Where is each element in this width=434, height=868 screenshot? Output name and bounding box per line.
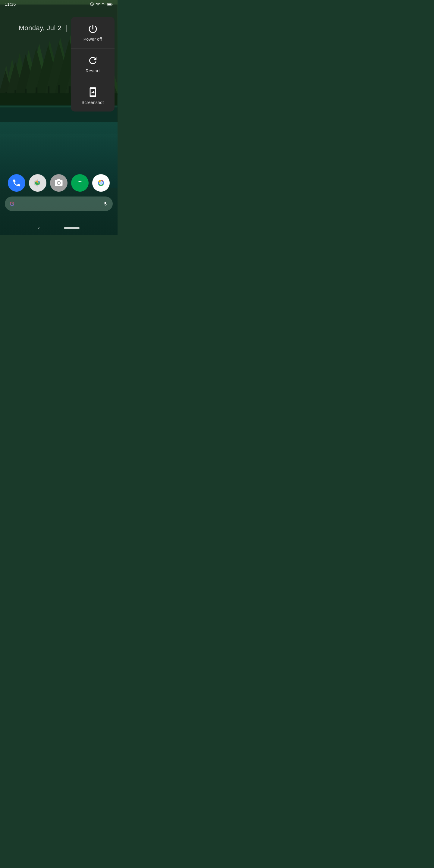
power-menu: Power off Restart Screenshot	[71, 17, 115, 112]
dock-icons: " "	[0, 174, 118, 192]
status-time: 11:36	[5, 2, 16, 7]
svg-rect-39	[112, 4, 113, 5]
status-icons	[90, 2, 113, 6]
power-off-icon	[87, 24, 98, 34]
svg-point-53	[100, 182, 101, 184]
status-bar: 11:36	[0, 0, 118, 8]
nav-home-indicator[interactable]	[64, 227, 80, 229]
app-chrome[interactable]	[92, 174, 110, 192]
svg-text:": "	[80, 180, 83, 186]
alarm-icon	[90, 2, 94, 6]
restart-icon	[87, 55, 98, 66]
app-maps[interactable]	[29, 174, 46, 192]
restart-label: Restart	[86, 68, 100, 73]
screenshot-button[interactable]: Screenshot	[71, 80, 115, 112]
power-off-label: Power off	[84, 37, 102, 41]
dock-area: " " G	[0, 174, 118, 211]
nav-back-button[interactable]: ‹	[38, 225, 40, 231]
signal-icon	[102, 2, 105, 6]
date-separator: |	[65, 24, 67, 32]
app-camera[interactable]	[50, 174, 67, 192]
search-bar[interactable]: G	[5, 196, 113, 211]
app-chat[interactable]: " "	[71, 174, 89, 192]
app-phone[interactable]	[8, 174, 25, 192]
battery-icon	[107, 2, 113, 6]
wifi-icon	[96, 2, 100, 6]
screenshot-icon	[87, 87, 98, 98]
google-g-logo: G	[10, 200, 14, 207]
nav-bar: ‹	[0, 221, 118, 235]
svg-rect-38	[107, 3, 111, 5]
screenshot-label: Screenshot	[82, 100, 104, 105]
mic-icon	[102, 201, 108, 207]
restart-button[interactable]: Restart	[71, 49, 115, 80]
power-off-button[interactable]: Power off	[71, 17, 115, 49]
date-label: Monday, Jul 2	[19, 24, 61, 32]
